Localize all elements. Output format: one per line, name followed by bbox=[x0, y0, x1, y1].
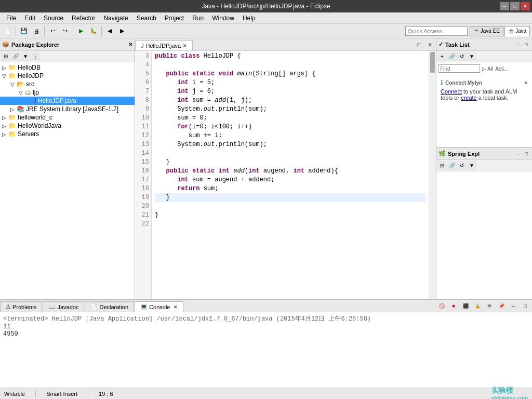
collapse-all-button[interactable]: ⊟ bbox=[1, 52, 10, 61]
console-clear-button[interactable]: 🚫 bbox=[436, 300, 447, 312]
package-explorer-title: Package Explorer bbox=[11, 42, 59, 48]
java-ee-perspective[interactable]: ☕ Java EE bbox=[470, 26, 503, 36]
editor-maximize-button[interactable]: □ bbox=[413, 39, 424, 50]
console-stop-button[interactable]: ■ bbox=[448, 300, 459, 312]
tree-item-servers[interactable]: ▷ 📁 Servers bbox=[0, 130, 135, 138]
tab-console-close[interactable]: ✕ bbox=[174, 304, 178, 310]
tree-item-ljp[interactable]: ▽ 🗂 ljp bbox=[0, 88, 135, 97]
redo-button[interactable]: ↪ bbox=[59, 25, 71, 37]
tree-item-helloworld-c[interactable]: ▷ 📁 helloworld_c bbox=[0, 113, 135, 122]
editor-tab-close[interactable]: ✕ bbox=[183, 43, 187, 48]
task-repo-button[interactable]: 🔗 bbox=[447, 52, 457, 61]
maximize-button[interactable]: □ bbox=[510, 2, 520, 10]
console-minimize[interactable]: ─ bbox=[508, 300, 519, 312]
code-line-18: return sum; bbox=[155, 184, 425, 193]
menu-window[interactable]: Window bbox=[208, 14, 238, 23]
arrow-hellodb: ▷ bbox=[2, 65, 8, 71]
line-numbers: 3 4 5 6 7 8 9 10 11 12 13 14 15 16 17 18 bbox=[135, 51, 152, 299]
code-content[interactable]: public class HelloJDP { public static vo… bbox=[152, 51, 429, 299]
menu-help[interactable]: Help bbox=[238, 14, 260, 23]
console-icon: 💻 bbox=[140, 303, 148, 310]
debug-button[interactable]: 🐛 bbox=[88, 25, 99, 37]
menu-run[interactable]: Run bbox=[188, 14, 208, 23]
console-scroll-lock-button[interactable]: 🔒 bbox=[472, 300, 483, 312]
task-filter-all[interactable]: ▷ All bbox=[482, 66, 493, 72]
spring-minimize[interactable]: ─ bbox=[514, 150, 522, 157]
pkg-menu-button[interactable]: ⋮ bbox=[31, 52, 40, 61]
code-editor[interactable]: 3 4 5 6 7 8 9 10 11 12 13 14 15 16 17 18 bbox=[135, 51, 436, 299]
java-file-icon: J bbox=[33, 97, 36, 104]
tab-declaration[interactable]: 📄 Declaration bbox=[85, 301, 134, 312]
task-list-maximize[interactable]: □ bbox=[523, 41, 530, 48]
console-word-wrap-button[interactable]: ⟲ bbox=[484, 300, 495, 312]
tree-item-hellojdp[interactable]: ▽ 📁 HelloJDP bbox=[0, 72, 135, 80]
minimize-button[interactable]: ─ bbox=[500, 2, 509, 10]
spring-collapse-button[interactable]: ⊟ bbox=[437, 161, 447, 170]
package-explorer-icon: 📦 bbox=[2, 41, 9, 48]
tab-javadoc[interactable]: 📖 Javadoc bbox=[43, 301, 84, 312]
toolbar-sep-4 bbox=[101, 26, 102, 36]
task-add-button[interactable]: + bbox=[437, 52, 447, 61]
console-terminate-button[interactable]: ⬛ bbox=[460, 300, 471, 312]
task-filter-acti[interactable]: Acti... bbox=[495, 66, 508, 72]
menu-project[interactable]: Project bbox=[161, 14, 188, 23]
new-button[interactable]: 📄 bbox=[2, 25, 14, 37]
undo-button[interactable]: ↩ bbox=[47, 25, 58, 37]
console-pin-button[interactable]: 📌 bbox=[496, 300, 507, 312]
pkg-filter-button[interactable]: ▼ bbox=[21, 52, 30, 61]
menu-source[interactable]: Source bbox=[39, 14, 68, 23]
java-perspective[interactable]: ☕ Java bbox=[504, 26, 530, 36]
menu-edit[interactable]: Edit bbox=[20, 14, 39, 23]
tree-item-src[interactable]: ▽ 📂 src bbox=[0, 80, 135, 88]
tab-problems[interactable]: ⚠ Problems bbox=[0, 301, 42, 312]
code-line-16: public static int add(int augend, int ad… bbox=[155, 167, 425, 176]
editor-close-button[interactable]: ✕ bbox=[424, 39, 436, 50]
print-button[interactable]: 🖨 bbox=[31, 25, 42, 37]
save-button[interactable]: 💾 bbox=[18, 25, 30, 37]
toolbar-sep-1 bbox=[16, 26, 16, 36]
task-find-input[interactable] bbox=[438, 64, 480, 73]
close-button[interactable]: ✕ bbox=[521, 2, 530, 10]
window-controls[interactable]: ─ □ ✕ bbox=[500, 2, 530, 10]
spring-refresh-button[interactable]: ↺ bbox=[457, 161, 467, 170]
status-insert-mode: Smart Insert bbox=[46, 391, 77, 397]
quick-access-input[interactable] bbox=[405, 26, 468, 36]
run-button[interactable]: ▶ bbox=[75, 25, 87, 37]
spring-explorer-title: Spring Expl bbox=[448, 151, 480, 157]
task-filter-button[interactable]: ▼ bbox=[467, 52, 476, 61]
task-sync-button[interactable]: ↺ bbox=[457, 52, 467, 61]
tree-item-jre[interactable]: ▷ 📚 JRE System Library [JavaSE-1.7] bbox=[0, 105, 135, 113]
connect-mylyn-close[interactable]: ✕ bbox=[524, 80, 528, 86]
editor-scrollbar[interactable] bbox=[429, 51, 436, 299]
package-explorer-close[interactable]: ✕ bbox=[128, 42, 132, 47]
tree-item-hellojdp-java[interactable]: J HelloJDP.java bbox=[0, 97, 135, 105]
create-link[interactable]: create bbox=[461, 95, 477, 101]
project-icon-helloworld-c: 📁 bbox=[8, 114, 16, 121]
connect-link[interactable]: Connect bbox=[441, 88, 462, 95]
code-line-13: System.out.println(sum); bbox=[155, 140, 425, 149]
console-content[interactable]: <terminated> HelloJDP [Java Application]… bbox=[0, 312, 532, 388]
menu-file[interactable]: File bbox=[2, 14, 20, 23]
package-explorer-panel: 📦 Package Explorer ✕ ⊟ 🔗 ▼ ⋮ ▷ 📁 HelloDB bbox=[0, 38, 135, 299]
spring-link-button[interactable]: 🔗 bbox=[447, 161, 457, 170]
menu-refactor[interactable]: Refactor bbox=[68, 14, 99, 23]
tab-console[interactable]: 💻 Console ✕ bbox=[135, 301, 183, 312]
editor-tab-hellojdp[interactable]: J HelloJDP.java ✕ bbox=[135, 41, 193, 50]
tree-item-hellodb[interactable]: ▷ 📁 HelloDB bbox=[0, 63, 135, 72]
back-button[interactable]: ◀ bbox=[104, 25, 115, 37]
link-editor-button[interactable]: 🔗 bbox=[11, 52, 20, 61]
task-list-toolbar: + 🔗 ↺ ▼ bbox=[436, 51, 532, 62]
forward-button[interactable]: ▶ bbox=[116, 25, 128, 37]
spring-menu-button[interactable]: ▼ bbox=[467, 161, 476, 170]
menu-search[interactable]: Search bbox=[132, 14, 161, 23]
menu-bar: File Edit Source Refactor Navigate Searc… bbox=[0, 12, 532, 24]
task-list-minimize[interactable]: ─ bbox=[514, 41, 522, 48]
tree-item-helloworldjava[interactable]: ▷ 📁 HelloWorldJava bbox=[0, 122, 135, 130]
spring-maximize[interactable]: □ bbox=[523, 150, 530, 157]
status-right: 实验楼 shiyanlou.com bbox=[491, 386, 528, 399]
problems-icon: ⚠ bbox=[6, 303, 11, 310]
menu-navigate[interactable]: Navigate bbox=[99, 14, 132, 23]
task-list-panel: ✓ Task List ─ □ + 🔗 ↺ ▼ ▷ All Acti.. bbox=[436, 38, 532, 148]
console-maximize[interactable]: □ bbox=[520, 300, 531, 312]
tab-problems-label: Problems bbox=[12, 304, 36, 310]
